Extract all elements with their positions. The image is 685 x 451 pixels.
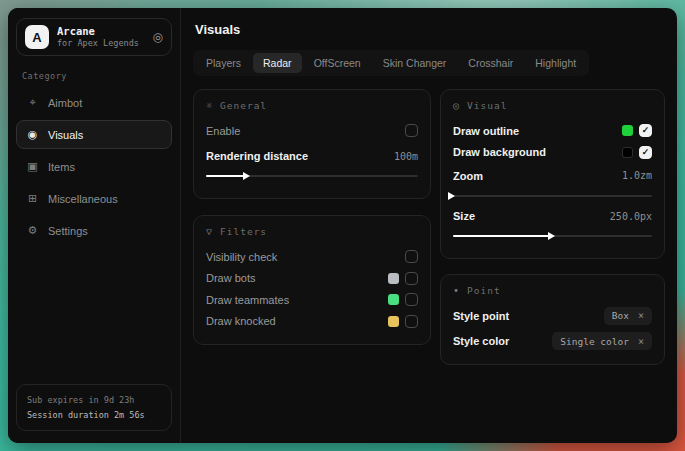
general-panel-title: General [220,100,267,111]
app-window: A Arcane for Apex Legends ◎ Category ⌖ A… [8,8,677,443]
visual-panel-title: Visual [467,100,507,111]
style-color-row: Style color Single color × [453,331,652,353]
eye-icon: ◉ [26,128,39,141]
tab-players[interactable]: Players [196,53,251,73]
dot-icon: • [453,285,460,296]
sidebar-item-label: Aimbot [48,97,82,109]
brand-card: A Arcane for Apex Legends ◎ [16,18,172,56]
visuals-tabbar: Players Radar OffScreen Skin Changer Cro… [193,50,589,76]
visibility-check-checkbox[interactable] [405,250,418,263]
grid-icon: ⊞ [26,192,39,205]
style-point-chip[interactable]: Box × [604,307,652,325]
visual-panel-header: ◎ Visual [453,100,652,111]
funnel-icon: ▽ [206,226,213,237]
box-icon: ▣ [26,160,39,173]
style-point-row: Style point Box × [453,305,652,327]
draw-background-checkbox[interactable]: ✓ [639,146,652,159]
general-panel: ☼ General Enable Rendering distance 100m [193,89,431,199]
style-color-chip[interactable]: Single color × [552,332,652,350]
rendering-distance-value: 100m [394,151,418,162]
sidebar-item-label: Settings [48,225,88,237]
category-label: Category [22,71,166,81]
left-column: ☼ General Enable Rendering distance 100m [193,89,431,345]
filters-panel-header: ▽ Filters [206,226,418,237]
slider-thumb[interactable] [243,172,250,180]
point-panel: • Point Style point Box × [440,274,665,365]
general-panel-header: ☼ General [206,100,418,111]
point-panel-title: Point [467,285,501,296]
tab-offscreen[interactable]: OffScreen [304,53,371,73]
tab-highlight[interactable]: Highlight [525,53,586,73]
rendering-distance-slider[interactable] [206,175,418,177]
target-icon[interactable]: ◎ [153,30,163,44]
filters-panel: ▽ Filters Visibility check Draw bots [193,215,431,345]
right-column: ◎ Visual Draw outline ✓ Draw background [440,89,665,365]
size-row: Size 250.0px [453,206,652,228]
zoom-value: 1.0zm [622,170,652,181]
style-color-chip-label: Single color [560,336,629,347]
draw-background-label: Draw background [453,146,546,158]
tab-skin-changer[interactable]: Skin Changer [373,53,457,73]
page-title: Visuals [195,22,665,37]
rendering-distance-row: Rendering distance 100m [206,146,418,168]
panels-area: ☼ General Enable Rendering distance 100m [193,89,665,365]
close-icon[interactable]: × [638,336,644,347]
draw-outline-checkbox[interactable]: ✓ [639,124,652,137]
rendering-distance-label: Rendering distance [206,150,308,162]
draw-bots-checkbox[interactable] [405,272,418,285]
tab-radar[interactable]: Radar [253,53,302,73]
sidebar-item-settings[interactable]: ⚙ Settings [16,216,172,245]
zoom-label: Zoom [453,170,483,182]
draw-knocked-color-swatch[interactable] [388,316,399,327]
style-point-chip-label: Box [612,310,629,321]
app-name: Arcane [57,25,139,38]
visual-panel: ◎ Visual Draw outline ✓ Draw background [440,89,665,259]
sidebar-nav: ⌖ Aimbot ◉ Visuals ▣ Items ⊞ Miscellaneo… [16,88,172,245]
sun-icon: ☼ [206,100,213,111]
draw-outline-color-swatch[interactable] [622,125,633,136]
sidebar-item-items[interactable]: ▣ Items [16,152,172,181]
enable-checkbox[interactable] [405,124,418,137]
draw-teammates-label: Draw teammates [206,294,289,306]
draw-bots-color-swatch[interactable] [388,273,399,284]
enable-label: Enable [206,125,240,137]
crosshair-icon: ⌖ [26,96,39,109]
subscription-info: Sub expires in 9d 23h Session duration 2… [16,384,172,431]
draw-knocked-row: Draw knocked [206,311,418,333]
slider-thumb[interactable] [548,232,555,240]
close-icon[interactable]: × [638,310,644,321]
slider-thumb[interactable] [448,192,455,200]
draw-background-color-swatch[interactable] [622,147,633,158]
size-value: 250.0px [610,211,652,222]
point-panel-header: • Point [453,285,652,296]
draw-outline-label: Draw outline [453,125,519,137]
sidebar-item-label: Miscellaneous [48,193,118,205]
gear-icon: ⚙ [26,224,39,237]
sidebar-item-miscellaneous[interactable]: ⊞ Miscellaneous [16,184,172,213]
draw-outline-row: Draw outline ✓ [453,120,652,142]
sub-expires-text: Sub expires in 9d 23h [27,393,161,407]
session-duration-text: Session duration 2m 56s [27,408,161,422]
filters-panel-title: Filters [220,226,267,237]
draw-teammates-row: Draw teammates [206,289,418,311]
draw-teammates-color-swatch[interactable] [388,294,399,305]
slider-fill [206,175,248,177]
zoom-slider[interactable] [453,195,652,197]
app-logo: A [25,25,49,49]
brand-text: Arcane for Apex Legends [57,25,139,49]
sidebar: A Arcane for Apex Legends ◎ Category ⌖ A… [8,8,181,443]
draw-bots-row: Draw bots [206,268,418,290]
draw-background-row: Draw background ✓ [453,142,652,164]
sidebar-item-label: Items [48,161,75,173]
sidebar-item-visuals[interactable]: ◉ Visuals [16,120,172,149]
visibility-check-row: Visibility check [206,246,418,268]
style-color-label: Style color [453,335,509,347]
main-content: Visuals Players Radar OffScreen Skin Cha… [181,8,677,443]
sidebar-item-aimbot[interactable]: ⌖ Aimbot [16,88,172,117]
draw-knocked-label: Draw knocked [206,315,276,327]
tab-crosshair[interactable]: Crosshair [458,53,523,73]
app-subtitle: for Apex Legends [57,38,139,49]
draw-knocked-checkbox[interactable] [405,315,418,328]
draw-teammates-checkbox[interactable] [405,293,418,306]
size-slider[interactable] [453,235,652,237]
